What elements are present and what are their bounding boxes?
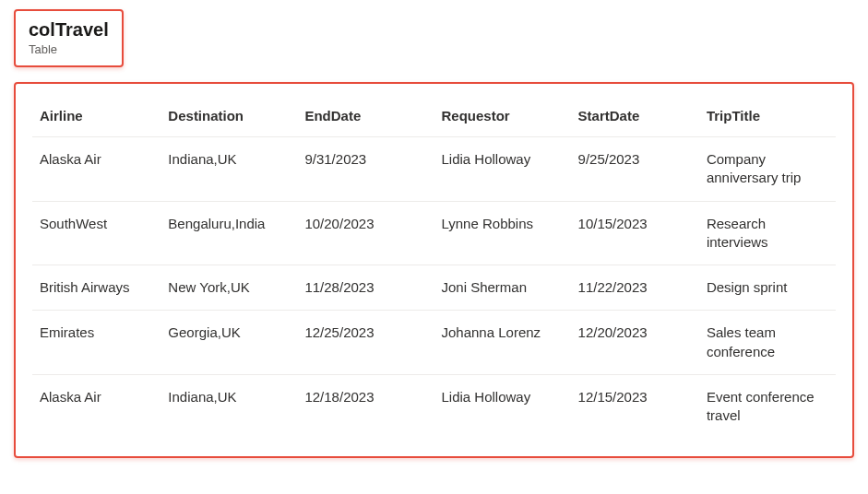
cell-destination: New York,UK (161, 265, 297, 311)
cell-airline: British Airways (32, 265, 161, 311)
cell-triptitle: Research interviews (699, 201, 836, 265)
cell-triptitle: Design sprint (699, 265, 836, 311)
cell-requestor: Lidia Holloway (434, 374, 570, 438)
cell-enddate: 10/20/2023 (297, 201, 434, 265)
cell-startdate: 12/20/2023 (571, 311, 699, 375)
table-row[interactable]: SouthWestBengaluru,India10/20/2023Lynne … (32, 201, 836, 265)
cell-startdate: 10/15/2023 (571, 201, 699, 265)
cell-enddate: 12/25/2023 (297, 311, 434, 375)
cell-destination: Bengaluru,India (161, 201, 297, 265)
cell-startdate: 9/25/2023 (571, 137, 699, 202)
cell-destination: Indiana,UK (161, 137, 297, 202)
cell-requestor: Lynne Robbins (434, 201, 570, 265)
table-row[interactable]: Alaska AirIndiana,UK9/31/2023Lidia Hollo… (32, 137, 836, 202)
col-header-destination[interactable]: Destination (161, 99, 297, 137)
cell-enddate: 9/31/2023 (297, 137, 434, 202)
cell-destination: Georgia,UK (161, 311, 297, 375)
table-row[interactable]: EmiratesGeorgia,UK12/25/2023Johanna Lore… (32, 311, 836, 375)
cell-airline: Alaska Air (32, 137, 161, 202)
cell-triptitle: Event conference travel (699, 374, 836, 438)
variable-type: Table (29, 42, 109, 56)
variable-name: colTravel (29, 18, 109, 41)
table-header-row: Airline Destination EndDate Requestor St… (32, 99, 836, 137)
cell-triptitle: Company anniversary trip (699, 137, 836, 202)
col-header-enddate[interactable]: EndDate (297, 99, 434, 137)
col-header-startdate[interactable]: StartDate (571, 99, 699, 137)
cell-requestor: Johanna Lorenz (434, 311, 570, 375)
data-table-container: Airline Destination EndDate Requestor St… (14, 82, 854, 458)
col-header-triptitle[interactable]: TripTitle (699, 99, 836, 137)
col-header-requestor[interactable]: Requestor (434, 99, 570, 137)
cell-requestor: Lidia Holloway (434, 137, 570, 202)
variable-header: colTravel Table (14, 9, 124, 67)
cell-triptitle: Sales team conference (699, 311, 836, 375)
cell-enddate: 11/28/2023 (297, 265, 434, 311)
cell-airline: Alaska Air (32, 374, 161, 438)
cell-startdate: 12/15/2023 (571, 374, 699, 438)
cell-airline: Emirates (32, 311, 161, 375)
cell-airline: SouthWest (32, 201, 161, 265)
col-header-airline[interactable]: Airline (32, 99, 161, 137)
cell-destination: Indiana,UK (161, 374, 297, 438)
table-row[interactable]: Alaska AirIndiana,UK12/18/2023Lidia Holl… (32, 374, 836, 438)
data-table: Airline Destination EndDate Requestor St… (32, 99, 836, 438)
cell-startdate: 11/22/2023 (571, 265, 699, 311)
cell-enddate: 12/18/2023 (297, 374, 434, 438)
table-row[interactable]: British AirwaysNew York,UK11/28/2023Joni… (32, 265, 836, 311)
cell-requestor: Joni Sherman (434, 265, 570, 311)
